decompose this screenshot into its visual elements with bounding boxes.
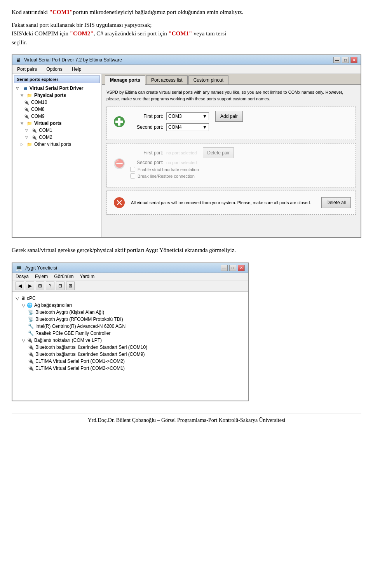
delete-pair-button[interactable]: Delete pair <box>203 147 234 158</box>
dm-menu-dosya[interactable]: Dosya <box>16 274 29 279</box>
tree-item-physical[interactable]: ▽ 📁 Physical ports <box>19 92 100 99</box>
dm-btn-forward[interactable]: ▶ <box>26 282 34 290</box>
dm-label-cpc: cPC <box>27 296 36 301</box>
dm-tree-realtek[interactable]: 🔧 Realtek PCIe GBE Family Controller <box>28 330 245 337</box>
first-port-dropdown-icon: ▼ <box>202 114 207 119</box>
vspd-body: Serial ports explorer ▽ 🖥 Virtual Serial… <box>12 74 361 237</box>
tree-item-other-virtual[interactable]: ▷ 📁 Other virtual ports <box>19 141 100 148</box>
dm-menu-eylem[interactable]: Eylem <box>35 274 48 279</box>
dm-tree-eltima-com2[interactable]: 🔌 ELTIMA Virtual Serial Port (COM2->COM1… <box>28 365 245 372</box>
tree-label-com10: COM10 <box>31 100 47 105</box>
menu-port-pairs[interactable]: Port pairs <box>16 66 38 73</box>
dm-btn-help[interactable]: ? <box>46 282 54 290</box>
tree-item-com8[interactable]: 🔌 COM8 <box>23 106 100 113</box>
minimize-button[interactable]: — <box>333 57 340 63</box>
del-second-port-row: Second port: no port selected <box>130 160 351 165</box>
left-panel: Serial ports explorer ▽ 🖥 Virtual Serial… <box>12 74 102 237</box>
close-button[interactable]: ✕ <box>350 57 357 63</box>
add-pair-button[interactable]: Add pair <box>215 111 243 122</box>
delete-pair-form-row: ⛔ First port: no port selected Delete pa… <box>112 147 351 180</box>
tree-item-virtual[interactable]: ▽ 📁 Virtual ports <box>19 120 100 127</box>
para2-mid: , C# arayüzündeki seri port için <box>94 30 169 37</box>
info-text: VSPD by Eltima can create virtual serial… <box>106 89 356 102</box>
paragraph-1: Kod satırındaki "COM1"portun mikrodenetl… <box>12 8 361 17</box>
vspd-titlebar: 🖥 Virtual Serial Port Driver 7.2 by Elti… <box>12 55 361 65</box>
menu-options[interactable]: Options <box>45 66 64 73</box>
tree-label-com8: COM8 <box>31 107 45 112</box>
expand-icon-physical: ▽ <box>19 92 25 98</box>
dm-tree-bt1[interactable]: 📡 Bluetooth Aygıtı (Kişisel Alan Ağı) <box>28 309 245 316</box>
dm-btn-back[interactable]: ◀ <box>16 282 24 290</box>
maximize-button[interactable]: □ <box>342 57 349 63</box>
tree-item-com2[interactable]: ▽ 🔌 COM2 <box>23 134 100 141</box>
eltima-com1-icon: 🔌 <box>28 359 34 364</box>
dm-btn-collapse[interactable]: ⊟ <box>56 282 64 290</box>
tree-item-com9[interactable]: 🔌 COM9 <box>23 113 100 120</box>
dm-tree-intel[interactable]: 🔧 Intel(R) Centrino(R) Advanced-N 6200 A… <box>28 323 245 330</box>
port-icon-com2: 🔌 <box>31 134 37 140</box>
folder-icon-physical: 📁 <box>26 92 33 98</box>
tree-item-vspd[interactable]: ▽ 🖥 Virtual Serial Port Driver <box>14 85 100 92</box>
para1-com1: "COM1" <box>49 9 73 15</box>
tree-item-com1[interactable]: ▽ 🔌 COM1 <box>23 127 100 134</box>
delete-all-button[interactable]: Delete all <box>321 197 351 208</box>
para2-com1: "COM1" <box>169 30 192 37</box>
dm-controls: — □ ✕ <box>221 265 245 271</box>
dm-minimize[interactable]: — <box>221 265 228 271</box>
vspd-title: Virtual Serial Port Driver 7.2 by Eltima… <box>24 57 122 63</box>
panel-header: Serial ports explorer <box>14 75 100 83</box>
delete-pair-section: ⛔ First port: no port selected Delete pa… <box>106 143 356 187</box>
tab-custom-pinout[interactable]: Custom pinout <box>188 75 228 84</box>
dm-menu-gorunum[interactable]: Görünüm <box>54 274 73 279</box>
tree-label-physical: Physical ports <box>34 93 66 98</box>
realtek-icon: 🔧 <box>28 331 34 336</box>
dm-tree-cpc[interactable]: ▽ 🖥 cPC <box>16 295 245 302</box>
dm-btn-properties[interactable]: ⊠ <box>66 282 75 290</box>
first-port-select[interactable]: COM3 ▼ <box>166 112 209 120</box>
paragraph-2: Fakat sanal port kullanarak bir ISIS uyg… <box>12 21 361 47</box>
dm-menu-yardim[interactable]: Yardım <box>80 274 94 279</box>
computer-icon: 🖥 <box>21 296 25 301</box>
footer: Yrd.Doç.Dr. Bülent Çobanoğlu – Görsel Pr… <box>12 413 361 424</box>
dm-tree-bt-com9[interactable]: 🔌 Bluetooth bağlantısı üzerinden Standar… <box>28 351 245 358</box>
first-port-value: COM3 <box>168 114 182 119</box>
para1-prefix: Kod satırındaki <box>12 9 49 15</box>
dm-titlebar: 💻 Aygıt Yöneticisi — □ ✕ <box>12 263 248 273</box>
network-folder-icon: 🌐 <box>27 303 33 308</box>
dm-tree-bt2[interactable]: 📡 Bluetooth Aygıtı (RFCOMM Protokolü TDI… <box>28 316 245 323</box>
port-icon-com9: 🔌 <box>23 113 30 119</box>
dm-tree-eltima-com1[interactable]: 🔌 ELTIMA Virtual Serial Port (COM1->COM2… <box>28 358 245 365</box>
dm-app-icon: 💻 <box>16 265 22 271</box>
dm-maximize[interactable]: □ <box>229 265 236 271</box>
del-first-port-value: no port selected <box>166 150 197 155</box>
checkbox-break-label: Break line/Restore connection <box>138 174 195 178</box>
tab-manage-ports[interactable]: Manage ports <box>105 75 145 85</box>
menu-help[interactable]: Help <box>70 66 83 73</box>
second-port-select[interactable]: COM4 ▼ <box>166 123 209 131</box>
dm-close[interactable]: ✕ <box>238 265 245 271</box>
checkbox-baudrate[interactable] <box>130 167 135 172</box>
dm-tree-bt-com10[interactable]: 🔌 Bluetooth bağlantısı üzerinden Standar… <box>28 344 245 351</box>
folder-icon-other: 📁 <box>26 141 33 147</box>
dm-menubar: Dosya Eylem Görünüm Yardım <box>12 273 248 280</box>
expand-cpc-icon: ▽ <box>16 296 19 301</box>
bt1-icon: 📡 <box>28 310 34 315</box>
dm-toolbar: ◀ ▶ ⊞ ? ⊟ ⊠ <box>12 280 248 292</box>
port-icon-com8: 🔌 <box>23 106 30 112</box>
folder-icon-virtual: 📁 <box>26 120 33 126</box>
bt-com10-icon: 🔌 <box>28 345 34 350</box>
delete-all-icon: ✕ <box>112 195 127 210</box>
dm-tree-network[interactable]: ▽ 🌐 Ağ bağdaştırıcıları <box>22 302 245 309</box>
para2-end: seçilir. <box>12 39 27 46</box>
para2-line2-prefix: ISIS'deki COMPIM için <box>12 30 70 37</box>
dm-label-bt-com10: Bluetooth bağlantısı üzerinden Standart … <box>35 345 147 350</box>
checkbox-break[interactable] <box>130 173 135 178</box>
dm-btn-overview[interactable]: ⊞ <box>36 282 44 290</box>
tree-label-com9: COM9 <box>31 114 45 119</box>
dm-tree-com-lpt[interactable]: ▽ 🔌 Bağlantı noktaları (COM ve LPT) <box>22 337 245 344</box>
tree-item-com10[interactable]: 🔌 COM10 <box>23 99 100 106</box>
expand-icon-com2: ▽ <box>23 134 30 140</box>
dm-title: Aygıt Yöneticisi <box>25 265 57 271</box>
tab-port-access-list[interactable]: Port access list <box>146 75 188 84</box>
com-folder-icon: 🔌 <box>27 338 33 343</box>
